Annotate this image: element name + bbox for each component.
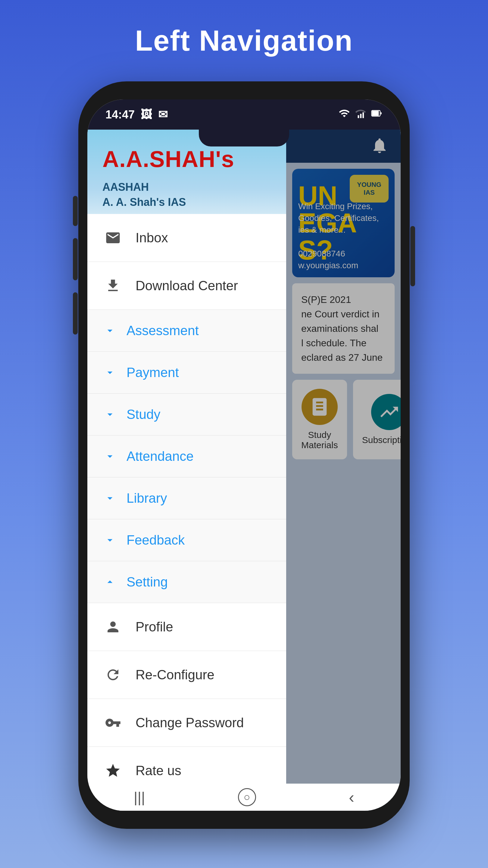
phone-screen: 14:47 🖼 ✉ A.A.SHA	[87, 99, 401, 811]
chevron-down-payment-icon	[102, 365, 118, 380]
home-button[interactable]: ○	[238, 788, 256, 806]
status-time: 14:47	[105, 108, 135, 121]
dim-overlay	[286, 130, 401, 811]
payment-label: Payment	[127, 365, 179, 380]
setting-sub-item-change-password[interactable]: Change Password	[87, 699, 286, 747]
system-nav-bar: ||| ○ ‹	[87, 784, 401, 811]
rate-us-label: Rate us	[135, 763, 181, 778]
photo-icon: 🖼	[141, 108, 152, 121]
change-password-label: Change Password	[135, 715, 244, 730]
app-logo: A.A.SHAH's	[102, 148, 271, 170]
nav-expand-item-attendance[interactable]: Attendance	[87, 435, 286, 477]
nav-expand-item-setting[interactable]: Setting	[87, 561, 286, 603]
profile-label: Profile	[135, 619, 173, 634]
assessment-label: Assessment	[127, 323, 199, 338]
person-icon	[102, 616, 124, 638]
setting-sub-item-profile[interactable]: Profile	[87, 603, 286, 651]
setting-sub-item-reconfigure[interactable]: Re-Configure	[87, 651, 286, 699]
nav-expand-item-feedback[interactable]: Feedback	[87, 519, 286, 561]
star-icon	[102, 760, 124, 781]
page-title-heading: Left Navigation	[135, 24, 353, 57]
nav-expand-item-library[interactable]: Library	[87, 477, 286, 519]
nav-item-inbox[interactable]: Inbox	[87, 214, 286, 262]
envelope-icon	[102, 227, 124, 248]
setting-label: Setting	[127, 575, 168, 590]
chevron-down-attendance-icon	[102, 449, 118, 464]
library-label: Library	[127, 491, 167, 506]
study-label: Study	[127, 407, 161, 422]
nav-expand-item-assessment[interactable]: Assessment	[87, 310, 286, 352]
svg-rect-1	[360, 114, 361, 118]
volume-down-button	[73, 238, 78, 280]
refresh-icon	[102, 664, 124, 685]
notch	[199, 130, 289, 147]
svg-rect-4	[372, 111, 379, 116]
status-bar: 14:47 🖼 ✉	[87, 99, 401, 130]
chevron-down-library-icon	[102, 491, 118, 506]
key-icon	[102, 712, 124, 733]
app-content-overlay: UN EGA S? YOUNG IAS Win Exciting Prizes,…	[286, 130, 401, 811]
username: AASHAH A. A. Shah's IAS	[102, 180, 271, 210]
svg-rect-0	[362, 112, 364, 118]
bixby-button	[73, 292, 78, 335]
power-button	[410, 226, 415, 286]
svg-rect-2	[358, 115, 359, 118]
battery-icon	[371, 107, 383, 122]
attendance-label: Attendance	[127, 449, 194, 464]
message-icon: ✉	[158, 108, 168, 121]
download-center-label: Download Center	[135, 278, 238, 293]
nav-item-download-center[interactable]: Download Center	[87, 262, 286, 310]
inbox-label: Inbox	[135, 230, 168, 245]
nav-expand-item-payment[interactable]: Payment	[87, 352, 286, 394]
chevron-up-setting-icon	[102, 575, 118, 590]
nav-drawer: A.A.SHAH's AASHAH A. A. Shah's IAS Maya …	[87, 130, 286, 811]
recent-apps-button[interactable]: |||	[134, 789, 145, 806]
feedback-label: Feedback	[127, 532, 185, 548]
chevron-down-study-icon	[102, 407, 118, 422]
download-icon	[102, 275, 124, 296]
nav-expand-item-study[interactable]: Study	[87, 394, 286, 435]
chevron-down-assessment-icon	[102, 323, 118, 338]
reconfigure-label: Re-Configure	[135, 667, 215, 682]
chevron-down-feedback-icon	[102, 532, 118, 548]
back-button[interactable]: ‹	[349, 788, 354, 807]
phone-frame: 14:47 🖼 ✉ A.A.SHA	[78, 82, 410, 829]
volume-up-button	[73, 196, 78, 226]
signal-icon	[355, 107, 366, 122]
wifi-icon	[338, 107, 350, 122]
